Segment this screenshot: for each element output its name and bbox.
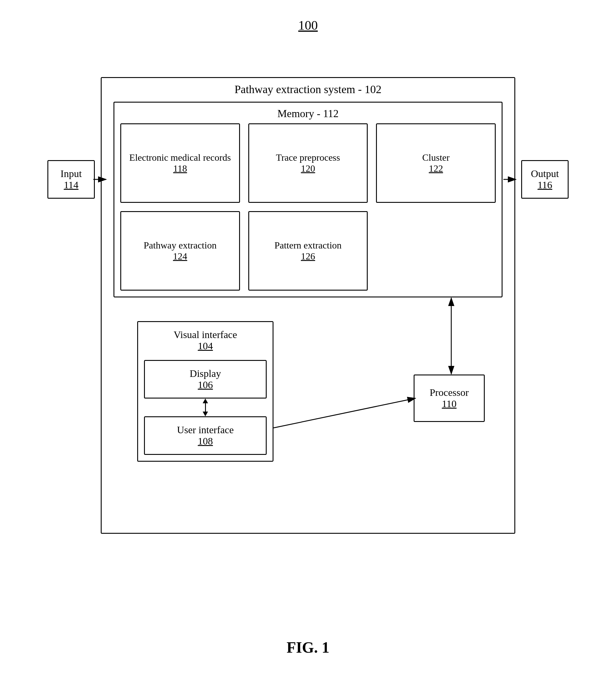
page-title: 100 xyxy=(298,18,318,33)
user-interface-box: User interface 108 xyxy=(144,416,267,455)
cluster-box: Cluster 122 xyxy=(376,123,496,203)
input-number: 114 xyxy=(64,180,79,191)
pathway-box: Pathway extraction 124 xyxy=(120,211,240,291)
fig-label: FIG. 1 xyxy=(287,639,329,656)
processor-box: Processor 110 xyxy=(414,374,485,422)
memory-box: Memory - 112 Electronic medical records … xyxy=(114,102,502,298)
emr-box: Electronic medical records 118 xyxy=(120,123,240,203)
visual-interface-number: 104 xyxy=(144,340,267,352)
trace-box: Trace preprocess 120 xyxy=(248,123,368,203)
input-label: Input xyxy=(60,168,82,180)
memory-grid: Electronic medical records 118 Trace pre… xyxy=(120,123,496,291)
output-number: 116 xyxy=(537,180,552,191)
bidir-arrow xyxy=(199,399,211,416)
input-box: Input 114 xyxy=(47,160,95,199)
visual-interface-box: Visual interface 104 Display 106 User in… xyxy=(137,321,274,462)
display-box: Display 106 xyxy=(144,360,267,399)
visual-interface-label: Visual interface xyxy=(144,329,267,340)
svg-line-2 xyxy=(274,398,416,428)
output-box: Output 116 xyxy=(521,160,569,199)
diagram-container: Input 114 Output 116 Pathway extraction … xyxy=(47,59,569,581)
pattern-box: Pattern extraction 126 xyxy=(248,211,368,291)
output-label: Output xyxy=(531,168,559,180)
outer-system-label: Pathway extraction system - 102 xyxy=(102,83,514,96)
memory-label: Memory - 112 xyxy=(114,107,502,120)
outer-system-box: Pathway extraction system - 102 Memory -… xyxy=(101,77,515,534)
